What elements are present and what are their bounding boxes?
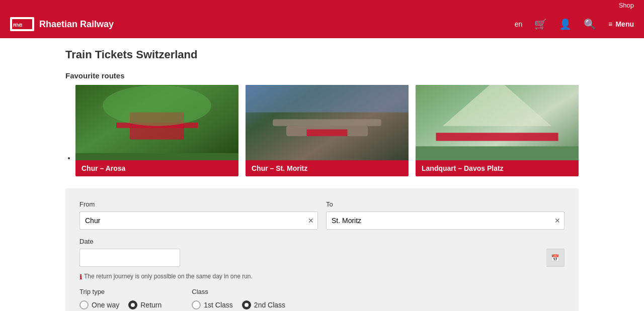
return-label: Return bbox=[140, 301, 162, 309]
info-text-wrapper: ℹ The return journey is only possible on… bbox=[79, 273, 565, 281]
route-img-svg-1 bbox=[75, 85, 238, 160]
svg-rect-15 bbox=[416, 146, 579, 160]
menu-label: Menu bbox=[615, 20, 634, 28]
second-class-label: 2nd Class bbox=[254, 301, 285, 309]
header-main: RhB Rhaetian Railway en 🛒 👤 🔍 ≡ Menu bbox=[0, 10, 644, 38]
from-label: From bbox=[79, 200, 318, 208]
one-way-label: One way bbox=[92, 301, 119, 309]
return-radio[interactable] bbox=[128, 300, 137, 309]
svg-rect-14 bbox=[436, 133, 558, 141]
class-options: 1st Class 2nd Class bbox=[192, 300, 285, 309]
one-way-option[interactable]: One way bbox=[79, 300, 119, 309]
second-class-radio[interactable] bbox=[242, 300, 251, 309]
booking-form: From ✕ To ✕ Date 📅 bbox=[65, 188, 579, 311]
from-input-wrapper: ✕ bbox=[79, 212, 318, 230]
svg-rect-6 bbox=[75, 153, 238, 160]
from-input[interactable] bbox=[79, 212, 318, 230]
calendar-button[interactable]: 📅 bbox=[546, 249, 565, 267]
first-class-option[interactable]: 1st Class bbox=[192, 300, 233, 309]
trip-type-group: Trip type One way Return bbox=[79, 288, 162, 309]
route-image-chur-stmoritz bbox=[246, 85, 409, 160]
svg-text:RhB: RhB bbox=[13, 23, 23, 28]
shop-link[interactable]: Shop bbox=[619, 2, 634, 9]
page-title: Train Tickets Switzerland bbox=[65, 48, 579, 61]
class-label: Class bbox=[192, 288, 285, 295]
route-card-chur-stmoritz[interactable]: Chur – St. Moritz bbox=[246, 85, 409, 176]
calendar-icon: 📅 bbox=[551, 254, 559, 262]
to-clear-button[interactable]: ✕ bbox=[554, 217, 560, 225]
from-clear-button[interactable]: ✕ bbox=[308, 217, 314, 225]
rhb-logo-svg: RhB bbox=[12, 19, 32, 29]
date-input-wrapper: 📅 bbox=[79, 249, 565, 267]
to-input-wrapper: ✕ bbox=[326, 212, 565, 230]
date-input[interactable] bbox=[79, 249, 180, 267]
menu-lines-icon: ≡ bbox=[608, 20, 612, 28]
brand-name: Rhaetian Railway bbox=[39, 19, 114, 30]
route-label-landquart: Landquart – Davos Platz bbox=[416, 160, 579, 176]
svg-rect-11 bbox=[246, 85, 409, 113]
route-image-chur-arosa bbox=[75, 85, 238, 160]
routes-grid: Chur – Arosa bbox=[75, 85, 579, 176]
class-group: Class 1st Class 2nd Class bbox=[192, 288, 285, 309]
route-label-chur-arosa: Chur – Arosa bbox=[75, 160, 238, 176]
from-to-row: From ✕ To ✕ bbox=[79, 200, 565, 230]
logo-area[interactable]: RhB Rhaetian Railway bbox=[10, 17, 114, 31]
trip-options-row: Trip type One way Return Class bbox=[79, 288, 565, 309]
info-text: The return journey is only possible on t… bbox=[84, 273, 253, 280]
svg-rect-9 bbox=[273, 119, 381, 126]
main-content: Train Tickets Switzerland Favourite rout… bbox=[55, 38, 589, 311]
routes-list-item: Chur – Arosa bbox=[75, 85, 579, 176]
return-option[interactable]: Return bbox=[128, 300, 162, 309]
search-icon[interactable]: 🔍 bbox=[584, 18, 596, 30]
route-card-landquart[interactable]: Landquart – Davos Platz bbox=[416, 85, 579, 176]
second-class-option[interactable]: 2nd Class bbox=[242, 300, 285, 309]
favourite-routes-title: Favourite routes bbox=[65, 71, 579, 80]
to-input[interactable] bbox=[326, 212, 565, 230]
language-selector[interactable]: en bbox=[515, 20, 523, 28]
route-image-landquart bbox=[416, 85, 579, 160]
from-group: From ✕ bbox=[79, 200, 318, 230]
trip-type-label: Trip type bbox=[79, 288, 162, 295]
one-way-radio[interactable] bbox=[79, 300, 89, 309]
header-top-bar: Shop bbox=[0, 0, 644, 10]
to-label: To bbox=[326, 200, 565, 208]
svg-rect-10 bbox=[307, 130, 348, 137]
svg-point-5 bbox=[103, 85, 211, 126]
routes-list: Chur – Arosa bbox=[65, 85, 579, 176]
date-group: Date 📅 bbox=[79, 238, 565, 267]
logo-icon: RhB bbox=[10, 17, 34, 31]
date-label: Date bbox=[79, 238, 565, 245]
route-img-svg-2 bbox=[246, 85, 409, 160]
user-icon[interactable]: 👤 bbox=[559, 18, 572, 30]
info-icon: ℹ bbox=[79, 273, 82, 281]
cart-icon[interactable]: 🛒 bbox=[534, 18, 547, 30]
route-label-chur-stmoritz: Chur – St. Moritz bbox=[246, 160, 409, 176]
first-class-radio[interactable] bbox=[192, 300, 201, 309]
route-img-svg-3 bbox=[416, 85, 579, 160]
to-group: To ✕ bbox=[326, 200, 565, 230]
first-class-label: 1st Class bbox=[204, 301, 233, 309]
route-card-chur-arosa[interactable]: Chur – Arosa bbox=[75, 85, 238, 176]
trip-type-options: One way Return bbox=[79, 300, 162, 309]
header-nav: en 🛒 👤 🔍 ≡ Menu bbox=[515, 18, 634, 30]
menu-button[interactable]: ≡ Menu bbox=[608, 20, 634, 28]
